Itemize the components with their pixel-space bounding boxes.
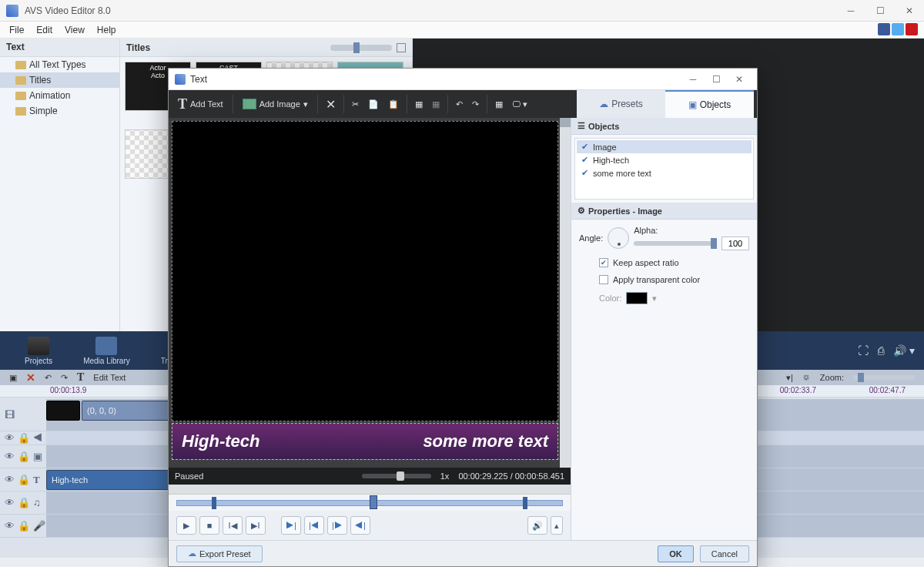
grid-button[interactable]: ▦ [490, 99, 507, 109]
collapse-icon[interactable]: ⯇ [33, 432, 43, 444]
lock-icon[interactable]: 🔒 [18, 520, 30, 532]
snapshot-icon[interactable]: ⛶ [858, 344, 869, 357]
app-title: AVS Video Editor 8.0 [25, 5, 836, 16]
cancel-button[interactable]: Cancel [700, 545, 749, 562]
send-back-button[interactable]: ▦ [427, 99, 444, 109]
redo-button[interactable]: ↷ [467, 99, 484, 109]
paste-button[interactable]: 📋 [383, 99, 403, 109]
presets-icon: ☁ [599, 99, 608, 109]
title-banner[interactable]: High-tech some more text [172, 423, 558, 460]
lock-icon[interactable]: 🔒 [18, 451, 30, 462]
text-editor-dialog: Text ─ ☐ ✕ TAdd Text Add Image▾ ✕ ✂ 📄 📋 … [168, 68, 758, 567]
split-icon[interactable]: ▣ [9, 373, 17, 383]
alpha-label: Alpha: [634, 226, 749, 235]
media-library-button[interactable]: Media Library [83, 337, 130, 365]
facebook-icon[interactable] [878, 23, 890, 35]
menu-edit[interactable]: Edit [30, 23, 59, 37]
dialog-minimize-button[interactable]: ─ [681, 71, 705, 88]
bring-front-button[interactable]: ▦ [410, 99, 427, 109]
clear-out-button[interactable]: ⯇| [350, 516, 370, 535]
menu-help[interactable]: Help [91, 23, 122, 37]
menu-view[interactable]: View [59, 23, 91, 37]
dialog-maximize-button[interactable]: ☐ [705, 71, 728, 88]
copy-button[interactable]: 📄 [363, 99, 383, 109]
delete-button[interactable]: ✕ [321, 97, 340, 112]
stop-button[interactable]: ■ [199, 516, 219, 535]
playhead[interactable] [370, 495, 377, 509]
object-item-moretext[interactable]: ✔some more text [577, 166, 752, 179]
canvas-scrollbar[interactable] [560, 118, 571, 468]
menu-file[interactable]: File [3, 23, 30, 37]
prev-frame-button[interactable]: I◀ [223, 516, 243, 535]
clapper-icon [28, 337, 49, 355]
export-preset-button[interactable]: ☁Export Preset [176, 545, 263, 562]
undo-button[interactable]: ↶ [451, 99, 467, 109]
hscrollbar[interactable] [169, 485, 571, 494]
undo-icon[interactable]: ↶ [45, 373, 52, 383]
lock-icon[interactable]: 🔒 [18, 474, 30, 485]
music-icon: ♫ [33, 497, 41, 508]
twitter-icon[interactable] [892, 23, 904, 35]
transparent-color-checkbox[interactable] [599, 275, 608, 284]
text-tool-icon[interactable]: T [77, 371, 84, 384]
eye-icon[interactable]: 👁 [5, 474, 15, 485]
set-out-button[interactable]: |⯇ [304, 516, 324, 535]
check-icon: ✔ [581, 142, 588, 152]
alpha-input[interactable] [721, 237, 749, 250]
next-frame-button[interactable]: ▶I [246, 516, 266, 535]
video-clip[interactable] [46, 401, 80, 421]
tree-simple[interactable]: Simple [0, 103, 119, 119]
scrub-bar[interactable] [169, 494, 571, 511]
settings-icon[interactable]: ⛭ [802, 373, 811, 382]
dialog-icon [175, 74, 186, 85]
eye-icon[interactable]: 👁 [5, 520, 15, 532]
dialog-close-button[interactable]: ✕ [728, 71, 751, 88]
angle-wheel[interactable] [608, 227, 629, 249]
youtube-icon[interactable] [906, 23, 918, 35]
image-object[interactable] [172, 121, 558, 421]
presets-tab[interactable]: ☁Presets [577, 90, 665, 118]
clear-in-button[interactable]: |⯈ [327, 516, 347, 535]
edit-text-button[interactable]: Edit Text [93, 373, 126, 382]
tree-animation[interactable]: Animation [0, 88, 119, 103]
title-canvas[interactable]: High-tech some more text [169, 118, 571, 468]
tree-titles[interactable]: Titles [0, 72, 119, 88]
color-swatch[interactable] [626, 292, 648, 304]
tree-all-text-types[interactable]: All Text Types [0, 57, 119, 72]
ok-button[interactable]: OK [658, 545, 694, 562]
redo-icon[interactable]: ↷ [61, 373, 68, 383]
alpha-slider[interactable] [634, 241, 717, 246]
object-item-hightech[interactable]: ✔High-tech [577, 153, 752, 166]
close-button[interactable]: ✕ [895, 0, 924, 22]
eye-icon[interactable]: 👁 [5, 497, 15, 508]
add-text-button[interactable]: TAdd Text [178, 96, 223, 112]
object-item-image[interactable]: ✔Image [577, 140, 752, 153]
thumb-size-slider[interactable] [330, 45, 392, 51]
delete-icon[interactable]: ✕ [26, 371, 35, 384]
marker-icon[interactable]: ▾| [786, 373, 793, 383]
lock-icon[interactable]: 🔒 [18, 432, 30, 444]
maximize-button[interactable]: ☐ [865, 0, 895, 22]
add-image-button[interactable]: Add Image▾ [243, 99, 308, 109]
projects-button[interactable]: Projects [25, 337, 52, 365]
out-point-marker[interactable] [523, 497, 527, 509]
set-in-button[interactable]: ⯈| [281, 516, 301, 535]
eye-icon[interactable]: 👁 [5, 432, 15, 444]
objects-tab[interactable]: ▣Objects [665, 90, 754, 118]
cut-button[interactable]: ✂ [347, 99, 363, 109]
volume-dropdown[interactable]: ▴ [551, 516, 563, 535]
eye-icon[interactable]: 👁 [5, 451, 15, 462]
in-point-marker[interactable] [212, 497, 216, 509]
volume-icon[interactable]: 🔊 ▾ [893, 344, 915, 357]
zoom-slider[interactable] [853, 375, 915, 380]
screen-button[interactable]: 🖵 ▾ [507, 99, 532, 109]
minimize-button[interactable]: ─ [836, 0, 865, 22]
color-dropdown-icon[interactable]: ▾ [652, 294, 657, 304]
volume-button[interactable]: 🔊 [527, 516, 547, 535]
keep-aspect-checkbox[interactable]: ✔ [599, 258, 608, 267]
lock-icon[interactable]: 🔒 [18, 497, 30, 508]
thumb-grid-icon[interactable] [397, 43, 406, 52]
speed-slider[interactable] [362, 474, 431, 478]
camera-icon[interactable]: ⎙ [878, 344, 884, 357]
play-button[interactable]: ▶ [176, 516, 196, 535]
